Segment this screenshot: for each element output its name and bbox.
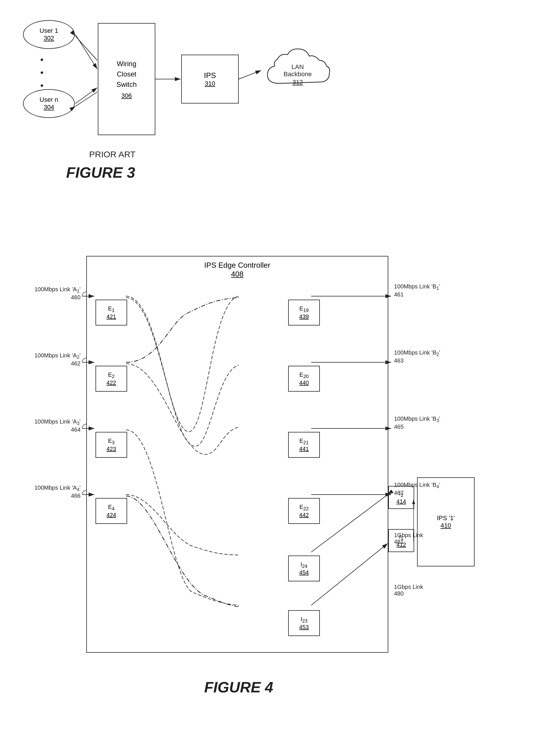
link-1gbps-480-label: 1Gbps Link 480 <box>394 584 423 597</box>
svg-text:LAN: LAN <box>292 63 304 71</box>
user1-label: User 1 <box>40 27 58 35</box>
port-e3: E3 423 <box>95 432 127 458</box>
lan-backbone-cloud: LAN Backbone 312 <box>262 43 334 98</box>
port-e19: E19 439 <box>288 300 320 325</box>
link-a4-label: 100Mbps Link 'A4' 466 <box>9 484 81 499</box>
user1-node: User 1 302 <box>23 20 75 49</box>
figure3-container: User 1 302 • • • User n 304 WiringCloset… <box>9 9 549 210</box>
user1-id: 302 <box>44 35 54 42</box>
port-i23: I23 453 <box>288 610 320 636</box>
usern-node: User n 304 <box>23 89 75 118</box>
switch-id: 306 <box>121 92 132 99</box>
ips-edge-controller-box: IPS Edge Controller 408 E1 421 E2 422 E3… <box>86 256 388 653</box>
link-1gbps-481-label: 1Gbps Link 481 <box>394 532 423 545</box>
port-e20: E20 440 <box>288 366 320 392</box>
link-a1-label: 100Mbps Link 'A1' 460 <box>9 286 81 301</box>
prior-art-label: PRIOR ART <box>89 149 135 159</box>
link-a3-label: 100Mbps Link 'A3' 464 <box>9 419 81 433</box>
port-e22: E22 442 <box>288 498 320 524</box>
ips-edge-id: 408 <box>231 270 243 278</box>
svg-text:312: 312 <box>293 79 303 86</box>
ips1-id: 410 <box>441 522 451 529</box>
usern-label: User n <box>40 96 58 103</box>
ips-edge-title: IPS Edge Controller 408 <box>87 261 388 279</box>
svg-text:Backbone: Backbone <box>284 71 312 78</box>
ips1-label: IPS '1' <box>437 514 455 522</box>
port-e4: E4 424 <box>95 498 127 524</box>
svg-line-8 <box>75 92 97 106</box>
ips-node: IPS 310 <box>181 55 239 103</box>
port-e1: E1 421 <box>95 300 127 325</box>
svg-line-10 <box>239 71 261 79</box>
switch-label: WiringClosetSwitch <box>117 59 137 90</box>
port-e2: E2 422 <box>95 366 127 392</box>
link-b1-label: 100Mbps Link 'B1' 461 <box>394 283 440 298</box>
figure4-title: FIGURE 4 <box>204 679 273 696</box>
port-e21: E21 441 <box>288 432 320 458</box>
figure4-container: IPS Edge Controller 408 E1 421 E2 422 E3… <box>9 236 549 710</box>
port-i24: I24 454 <box>288 556 320 581</box>
usern-id: 304 <box>44 103 54 111</box>
svg-line-6 <box>75 36 97 60</box>
link-b3-label: 100Mbps Link 'B3' 465 <box>394 416 440 430</box>
link-b2-label: 100Mbps Link 'B2' 463 <box>394 349 440 364</box>
ips-id: 310 <box>205 80 215 87</box>
wiring-closet-switch: WiringClosetSwitch 306 <box>98 23 155 135</box>
link-b4-label: 100Mbps Link 'B4' 467 <box>394 482 440 496</box>
svg-line-7 <box>75 88 97 103</box>
ips-label: IPS <box>204 71 216 80</box>
figure3-title: FIGURE 3 <box>66 164 135 181</box>
link-a2-label: 100Mbps Link 'A2' 462 <box>9 352 81 367</box>
dots: • • • <box>40 53 43 92</box>
svg-line-5 <box>75 35 97 69</box>
